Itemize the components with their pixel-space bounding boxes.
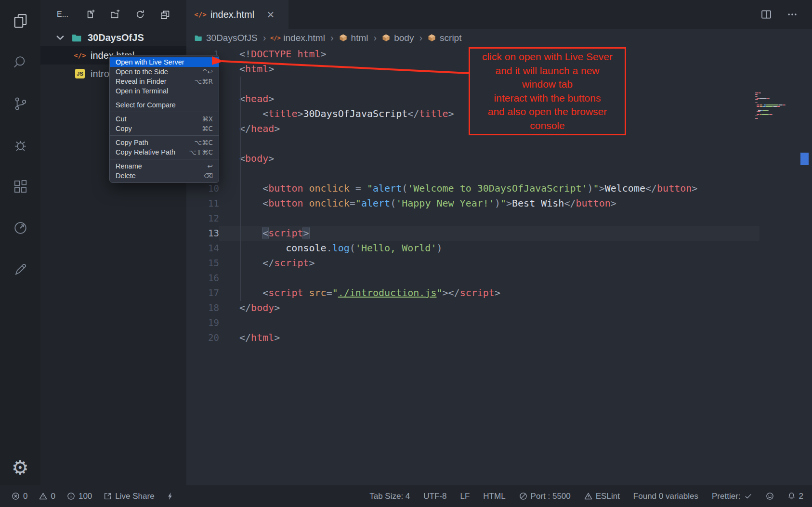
line-content: </head> xyxy=(239,121,280,136)
menu-item-select-for-compare[interactable]: Select for Compare xyxy=(110,100,219,110)
breadcrumb-label: 30DaysOfJS xyxy=(206,33,258,43)
breadcrumb-separator-icon: › xyxy=(419,32,422,43)
line-number: 20 xyxy=(186,330,219,345)
bell-icon xyxy=(787,492,796,500)
chevron-down-icon xyxy=(55,32,65,43)
status-eslint[interactable]: ESLint xyxy=(584,492,620,501)
annotation-text-line: and also open the browser xyxy=(471,105,624,119)
new-folder-icon[interactable] xyxy=(110,10,120,19)
code-line-9[interactable]: 9 xyxy=(186,166,760,181)
code-line-11[interactable]: 11 <button onclick="alert('Happy New Yea… xyxy=(186,196,760,211)
warning-icon xyxy=(39,492,47,500)
more-actions-icon[interactable] xyxy=(787,9,798,20)
code-line-17[interactable]: 17 <script src="./introduction.js"></scr… xyxy=(186,286,760,300)
activity-source-control-button[interactable] xyxy=(11,94,29,113)
status-lightning-icon[interactable] xyxy=(166,492,174,500)
split-editor-icon[interactable] xyxy=(761,9,772,20)
breadcrumb-label: html xyxy=(351,33,368,43)
breadcrumb-index-html[interactable]: </>index.html xyxy=(271,33,325,43)
menu-item-open-with-live-server[interactable]: Open with Live Server xyxy=(110,57,219,67)
status-0[interactable]: 0 xyxy=(12,492,27,501)
breadcrumb-html[interactable]: html xyxy=(339,33,368,43)
status-100[interactable]: 100 xyxy=(67,492,92,501)
menu-item-label: Cut xyxy=(116,115,194,123)
html-file-icon: </> xyxy=(75,51,85,60)
line-content: </script> xyxy=(239,256,315,271)
activity-search-button[interactable] xyxy=(11,53,29,71)
status-live-share[interactable]: Live Share xyxy=(104,492,154,501)
status-label: Live Share xyxy=(115,492,154,501)
breadcrumb-body[interactable]: body xyxy=(382,33,414,43)
smiley-icon xyxy=(766,492,774,500)
menu-item-copy-path[interactable]: Copy Path⌥⌘C xyxy=(110,138,219,147)
status-utf-8[interactable]: UTF-8 xyxy=(423,492,446,501)
activity-clock-button[interactable] xyxy=(11,219,29,237)
code-line-14[interactable]: 14 console.log('Hello, World') xyxy=(186,241,760,256)
menu-item-label: Copy Relative Path xyxy=(116,148,181,156)
folder-label: 30DaysOfJS xyxy=(88,32,144,43)
new-file-icon[interactable] xyxy=(85,10,95,19)
menu-item-label: Select for Compare xyxy=(116,101,213,109)
status-label: 100 xyxy=(79,492,92,501)
status-bar: 00100Live Share Tab Size: 4UTF-8LFHTMLPo… xyxy=(0,485,812,507)
status-lf[interactable]: LF xyxy=(460,492,470,501)
activity-extensions-button[interactable] xyxy=(11,177,29,195)
status-label: 0 xyxy=(23,492,27,501)
status-tab-size-4[interactable]: Tab Size: 4 xyxy=(369,492,410,501)
breadcrumb-30daysofjs[interactable]: 30DaysOfJS xyxy=(194,33,258,43)
sidebar-header: E... xyxy=(40,0,186,29)
breadcrumb-label: script xyxy=(440,33,461,43)
activity-run-and-debug-button[interactable] xyxy=(11,136,29,154)
folder-icon xyxy=(71,32,82,43)
minimap[interactable] xyxy=(755,92,799,119)
collapse-all-icon[interactable] xyxy=(160,10,170,19)
code-line-10[interactable]: 10 <button onclick = "alert('Welcome to … xyxy=(186,181,760,196)
status-2[interactable]: 2 xyxy=(787,492,803,501)
status-0[interactable]: 0 xyxy=(39,492,55,501)
line-number: 14 xyxy=(186,241,219,256)
code-line-18[interactable]: 18</body> xyxy=(186,300,760,315)
status-port-5500[interactable]: Port : 5500 xyxy=(519,492,571,501)
tree-folder-30daysofjs[interactable]: 30DaysOfJS xyxy=(40,29,186,46)
line-number: 13 xyxy=(186,226,219,241)
code-line-12[interactable]: 12 xyxy=(186,211,760,226)
menu-item-open-in-terminal[interactable]: Open in Terminal xyxy=(110,86,219,96)
menu-item-open-to-the-side[interactable]: Open to the Side^↩ xyxy=(110,67,219,77)
tab-close-icon[interactable]: × xyxy=(267,8,274,21)
line-content: <button onclick = "alert('Welcome to 30D… xyxy=(239,181,697,196)
status-smiley-icon[interactable] xyxy=(766,492,774,500)
symbol-cube-icon xyxy=(428,34,436,42)
activity-feedback-button[interactable] xyxy=(11,260,29,278)
port-icon xyxy=(519,492,527,500)
activity-settings-button[interactable]: ⚙ xyxy=(11,458,29,477)
activity-bar-bottom: ⚙ xyxy=(0,458,40,477)
tab-index-html[interactable]: </> index.html × xyxy=(186,0,288,29)
code-line-19[interactable]: 19 xyxy=(186,315,760,330)
status-bar-left: 00100Live Share xyxy=(12,492,174,501)
status-html[interactable]: HTML xyxy=(483,492,505,501)
code-line-16[interactable]: 16 xyxy=(186,271,760,286)
line-number: 18 xyxy=(186,300,219,315)
menu-item-rename[interactable]: Rename↩ xyxy=(110,161,219,171)
folder-icon xyxy=(194,34,202,42)
line-content: </html> xyxy=(239,330,280,345)
line-number: 10 xyxy=(186,181,219,196)
context-menu: Open with Live ServerOpen to the Side^↩R… xyxy=(109,55,219,183)
code-line-8[interactable]: 8<body> xyxy=(186,151,760,166)
menu-item-delete[interactable]: Delete⌫ xyxy=(110,171,219,181)
code-line-20[interactable]: 20</html> xyxy=(186,330,760,345)
code-line-7[interactable]: 7 xyxy=(186,136,760,151)
breadcrumb-script[interactable]: script xyxy=(428,33,461,43)
activity-explorer-button[interactable] xyxy=(11,12,29,30)
breadcrumb-label: body xyxy=(394,33,414,43)
status-found-0-variables[interactable]: Found 0 variables xyxy=(633,492,698,501)
code-line-15[interactable]: 15 </script> xyxy=(186,256,760,271)
menu-item-copy[interactable]: Copy⌘C xyxy=(110,124,219,133)
code-line-13[interactable]: 13 <script> xyxy=(186,226,760,241)
refresh-icon[interactable] xyxy=(135,10,145,19)
menu-item-shortcut: ⌥⌘R xyxy=(195,78,213,85)
status-prettier[interactable]: Prettier: xyxy=(712,492,752,501)
menu-item-copy-relative-path[interactable]: Copy Relative Path⌥⇧⌘C xyxy=(110,147,219,157)
menu-item-cut[interactable]: Cut⌘X xyxy=(110,114,219,124)
menu-item-reveal-in-finder[interactable]: Reveal in Finder⌥⌘R xyxy=(110,77,219,86)
